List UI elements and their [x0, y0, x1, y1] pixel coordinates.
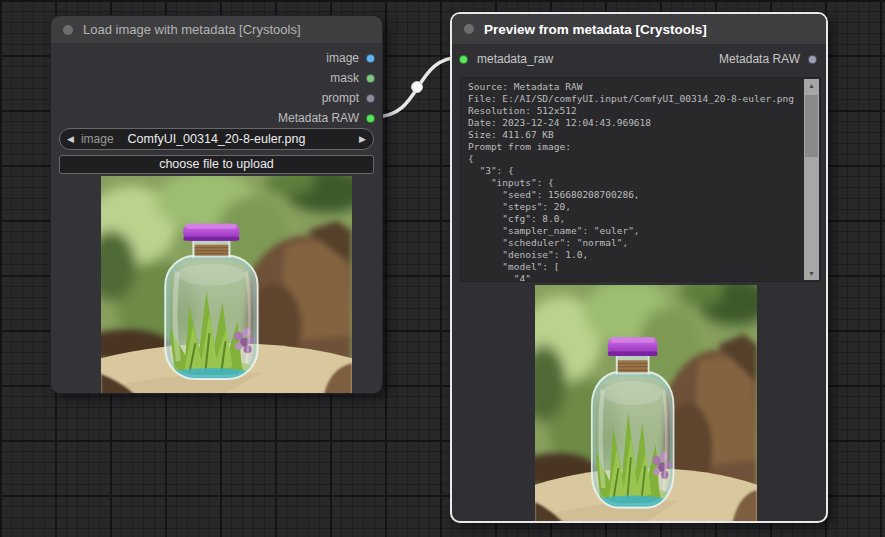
combo-prev-icon[interactable]: ◀ — [60, 134, 81, 144]
input-port-metadata-raw[interactable] — [459, 55, 468, 64]
metadata-scrollbar[interactable]: ▲ ▼ — [804, 79, 819, 280]
output-row-metadata-raw: Metadata RAW — [51, 109, 382, 127]
scroll-down-icon[interactable]: ▼ — [804, 267, 819, 280]
output-label: Metadata RAW — [719, 52, 800, 66]
output-label: mask — [330, 71, 359, 85]
node-status-dot-icon[interactable] — [63, 25, 73, 35]
scroll-up-icon[interactable]: ▲ — [804, 79, 819, 92]
output-row-prompt: prompt — [51, 89, 382, 107]
output-row-mask: mask — [51, 69, 382, 87]
metadata-image-preview — [535, 285, 757, 523]
combo-value: ComfyUI_00314_20-8-euler.png — [100, 132, 333, 146]
output-port-metadata-raw[interactable] — [366, 114, 375, 123]
node-preview-from-metadata[interactable]: Preview from metadata [Crystools] metada… — [450, 12, 828, 523]
output-port-image[interactable] — [366, 54, 375, 63]
loaded-image-preview — [101, 176, 352, 394]
output-port-prompt[interactable] — [366, 94, 375, 103]
input-label: metadata_raw — [477, 52, 553, 66]
combo-next-icon[interactable]: ▶ — [352, 134, 373, 144]
link-midpoint-dot[interactable] — [412, 82, 423, 93]
node-load-image-with-metadata[interactable]: Load image with metadata [Crystools] ima… — [50, 15, 383, 394]
scrollbar-thumb[interactable] — [805, 95, 818, 157]
io-row-metadata: metadata_raw Metadata RAW — [452, 50, 826, 68]
node-header[interactable]: Preview from metadata [Crystools] — [452, 14, 826, 44]
output-label: image — [326, 51, 359, 65]
metadata-text-area[interactable]: Source: Metadata RAW File: E:/AI/SD/comf… — [460, 77, 821, 282]
image-filename-combo[interactable]: ◀ image ComfyUI_00314_20-8-euler.png ▶ — [59, 128, 374, 150]
output-label: Metadata RAW — [278, 111, 359, 125]
output-port-mask[interactable] — [366, 74, 375, 83]
metadata-text: Source: Metadata RAW File: E:/AI/SD/comf… — [461, 78, 820, 282]
node-title: Preview from metadata [Crystools] — [484, 22, 707, 37]
output-row-image: image — [51, 49, 382, 67]
output-label: prompt — [322, 91, 359, 105]
metadata-link-wire[interactable] — [374, 57, 462, 117]
choose-file-button[interactable]: choose file to upload — [59, 155, 374, 174]
node-graph-canvas[interactable]: Load image with metadata [Crystools] ima… — [0, 0, 885, 537]
node-header[interactable]: Load image with metadata [Crystools] — [51, 16, 382, 43]
node-status-dot-icon[interactable] — [464, 24, 474, 34]
node-title: Load image with metadata [Crystools] — [83, 22, 301, 37]
output-port-metadata-raw[interactable] — [808, 55, 817, 64]
